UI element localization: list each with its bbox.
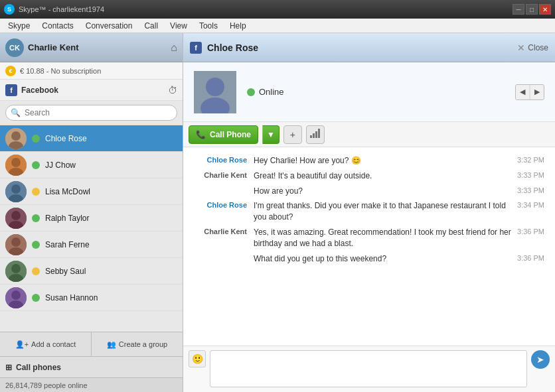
contact-name: JJ Chow bbox=[45, 161, 177, 170]
signal-button[interactable] bbox=[306, 125, 325, 144]
message-sender: Chloe Rose bbox=[194, 155, 254, 164]
contact-name: Lisa McDowl bbox=[45, 187, 177, 196]
create-group-icon: 👥 bbox=[107, 340, 116, 349]
home-icon[interactable]: ⌂ bbox=[171, 42, 177, 54]
chat-title: Chloe Rose bbox=[207, 42, 512, 53]
sidebar-header: CK Charlie Kent ⌂ bbox=[0, 33, 183, 62]
message-sender: Chloe Rose bbox=[194, 200, 254, 209]
svg-point-19 bbox=[11, 291, 21, 300]
send-icon: ➤ bbox=[536, 354, 544, 365]
online-status-text: Online bbox=[259, 87, 284, 97]
prev-arrow-button[interactable]: ◀ bbox=[516, 85, 529, 99]
credit-text: € 10.88 - No subscription bbox=[20, 67, 101, 75]
send-button[interactable]: ➤ bbox=[531, 350, 550, 369]
list-item[interactable]: Chloe Rose bbox=[0, 125, 183, 152]
svg-point-1 bbox=[11, 131, 21, 141]
contact-name: Ralph Taylor bbox=[45, 214, 177, 223]
avatar bbox=[5, 155, 27, 176]
call-phones-grid-icon: ⊞ bbox=[5, 363, 12, 372]
message-text: What did you get up to this weekend? bbox=[254, 253, 511, 265]
navigation-arrows[interactable]: ◀ ▶ bbox=[515, 84, 544, 100]
menu-view[interactable]: View bbox=[165, 20, 193, 32]
list-item[interactable]: Lisa McDowl bbox=[0, 178, 183, 205]
create-group-label: Create a group bbox=[119, 340, 167, 348]
message-text: I'm great thanks. Did you ever make it t… bbox=[254, 200, 511, 223]
message-text: How are you? bbox=[254, 186, 511, 197]
message-sender: Charlie Kent bbox=[194, 227, 254, 235]
profile-section: Online ◀ ▶ bbox=[183, 62, 555, 122]
plus-icon: + bbox=[290, 129, 295, 140]
search-input[interactable] bbox=[5, 105, 177, 121]
message-time: 3:33 PM bbox=[511, 170, 544, 179]
message-time: 3:36 PM bbox=[511, 227, 544, 235]
emoji-button[interactable]: 🙂 bbox=[189, 350, 206, 367]
maximize-button[interactable]: □ bbox=[526, 4, 538, 15]
menu-call[interactable]: Call bbox=[139, 20, 163, 32]
search-container: 🔍 bbox=[0, 101, 183, 125]
history-icon[interactable]: ⏱ bbox=[168, 85, 177, 96]
status-indicator bbox=[32, 241, 40, 249]
svg-rect-25 bbox=[313, 133, 315, 138]
svg-point-7 bbox=[11, 184, 21, 194]
titlebar: S Skype™ - charliekent1974 ─ □ ✕ bbox=[0, 0, 555, 19]
call-phones-label: Call phones bbox=[16, 363, 61, 372]
status-indicator bbox=[32, 188, 40, 196]
add-contact-button[interactable]: 👤+ Add a contact bbox=[0, 332, 92, 356]
menu-tools[interactable]: Tools bbox=[194, 20, 223, 32]
svg-point-4 bbox=[11, 158, 21, 167]
message-text: Hey Charlie! How are you? 😊 bbox=[254, 155, 511, 166]
titlebar-controls[interactable]: ─ □ ✕ bbox=[513, 4, 551, 15]
status-indicator bbox=[32, 161, 40, 169]
table-row: How are you? 3:33 PM bbox=[194, 186, 544, 197]
profile-info: Online bbox=[247, 87, 505, 97]
avatar bbox=[5, 261, 27, 282]
menu-skype[interactable]: Skype bbox=[3, 20, 35, 32]
chat-messages: Chloe Rose Hey Charlie! How are you? 😊 3… bbox=[183, 147, 555, 346]
contact-profile-avatar bbox=[194, 71, 236, 113]
minimize-button[interactable]: ─ bbox=[513, 4, 524, 15]
credit-icon: € bbox=[5, 66, 16, 76]
people-online-bar: 26,814,789 people online bbox=[0, 377, 183, 392]
list-item[interactable]: Sarah Ferne bbox=[0, 231, 183, 258]
create-group-button[interactable]: 👥 Create a group bbox=[92, 332, 183, 356]
menu-help[interactable]: Help bbox=[224, 20, 252, 32]
list-item[interactable]: Ralph Taylor bbox=[0, 205, 183, 231]
call-phone-label: Call Phone bbox=[210, 130, 251, 139]
status-indicator bbox=[32, 135, 40, 143]
window-close-button[interactable]: ✕ bbox=[539, 4, 551, 15]
call-phone-button[interactable]: 📞 Call Phone bbox=[189, 125, 258, 144]
add-button[interactable]: + bbox=[283, 125, 302, 144]
message-sender bbox=[194, 253, 254, 254]
message-time: 3:33 PM bbox=[511, 186, 544, 194]
next-arrow-button[interactable]: ▶ bbox=[530, 85, 544, 99]
message-text: Yes, it was amazing. Great recommendatio… bbox=[254, 227, 511, 249]
svg-point-10 bbox=[11, 211, 21, 220]
menubar: Skype Contacts Conversation Call View To… bbox=[0, 19, 555, 33]
online-dot-icon bbox=[247, 88, 255, 96]
list-item[interactable]: Susan Hannon bbox=[0, 285, 183, 311]
call-phones-button[interactable]: ⊞ Call phones bbox=[0, 356, 183, 377]
message-time: 3:32 PM bbox=[511, 155, 544, 164]
message-input[interactable] bbox=[210, 350, 527, 387]
call-phone-dropdown-button[interactable]: ▼ bbox=[262, 125, 279, 144]
credit-bar: € € 10.88 - No subscription bbox=[0, 62, 183, 80]
avatar bbox=[5, 181, 27, 202]
signal-icon bbox=[310, 129, 321, 140]
message-time: 3:34 PM bbox=[511, 200, 544, 209]
close-chat-button[interactable]: ✕ Close bbox=[517, 42, 548, 53]
menu-conversation[interactable]: Conversation bbox=[80, 20, 138, 32]
table-row: What did you get up to this weekend? 3:3… bbox=[194, 253, 544, 265]
contact-name: Susan Hannon bbox=[45, 293, 177, 302]
contact-name: Sarah Ferne bbox=[45, 240, 177, 249]
sidebar: CK Charlie Kent ⌂ € € 10.88 - No subscri… bbox=[0, 33, 183, 392]
facebook-label: Facebook bbox=[21, 86, 164, 95]
svg-rect-27 bbox=[318, 129, 320, 138]
message-time: 3:36 PM bbox=[511, 253, 544, 262]
avatar bbox=[5, 208, 27, 229]
list-item[interactable]: JJ Chow bbox=[0, 152, 183, 178]
menu-contacts[interactable]: Contacts bbox=[37, 20, 78, 32]
contact-name: Chloe Rose bbox=[45, 134, 177, 143]
table-row: Chloe Rose I'm great thanks. Did you eve… bbox=[194, 200, 544, 223]
people-online-count: 26,814,789 people online bbox=[5, 381, 88, 389]
list-item[interactable]: Sebby Saul bbox=[0, 258, 183, 285]
